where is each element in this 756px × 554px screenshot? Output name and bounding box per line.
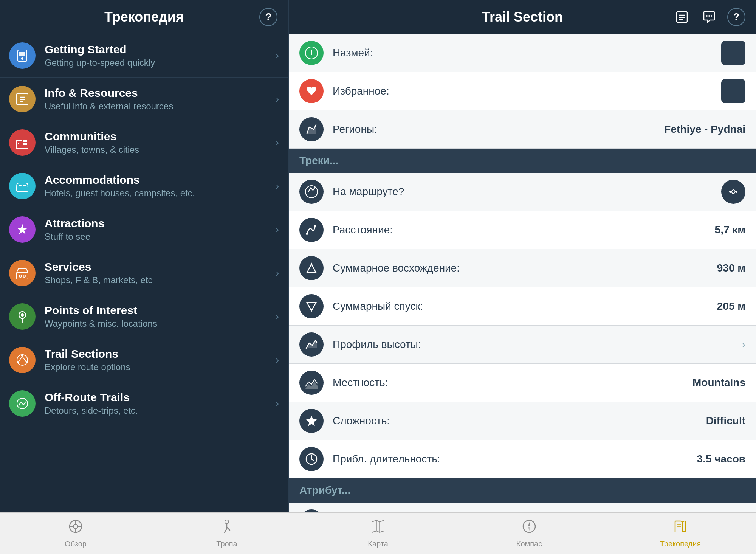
label-terrain: Местность: xyxy=(333,377,692,389)
tab-overview[interactable]: Обзор xyxy=(0,513,151,554)
sidebar-item-off-route-trails[interactable]: Off-Route Trails Detours, side-trips, et… xyxy=(0,382,288,425)
value-region: Fethiye - Pydnai xyxy=(664,123,745,135)
notes-icon[interactable] xyxy=(673,8,691,26)
bottom-tab-bar: Обзор Тропа Карта Компас Трекопедия xyxy=(0,512,756,554)
svg-point-60 xyxy=(225,520,229,524)
value-distance: 5,7 км xyxy=(715,224,745,236)
tab-icon-trekopedia xyxy=(673,519,688,537)
svg-rect-14 xyxy=(22,138,28,149)
chat-icon[interactable] xyxy=(700,8,718,26)
nav-icon-info-resources xyxy=(9,86,36,112)
sidebar-item-attractions[interactable]: Attractions Stuff to see › xyxy=(0,208,288,251)
help-button-left[interactable]: ? xyxy=(259,8,277,26)
detail-row-elevation-profile[interactable]: Профиль высоты: › xyxy=(289,326,756,364)
svg-rect-19 xyxy=(25,143,27,145)
svg-point-4 xyxy=(706,15,708,17)
help-button-right[interactable]: ? xyxy=(727,8,745,26)
label-on-route: На маршруте? xyxy=(333,186,721,198)
svg-rect-17 xyxy=(25,140,27,142)
detail-row-name: i Назмей: xyxy=(289,34,756,72)
nav-subtitle-points-of-interest: Waypoints & misc. locations xyxy=(45,318,276,329)
detail-row-on-route[interactable]: На маршруте? xyxy=(289,173,756,211)
attr-row-accommodation: Has Accommodation xyxy=(289,503,756,512)
svg-point-55 xyxy=(73,524,78,529)
left-header: Трекопедия ? xyxy=(0,0,288,34)
svg-point-5 xyxy=(708,15,710,17)
action-btn-on-route[interactable] xyxy=(721,180,745,204)
sidebar-item-getting-started[interactable]: Getting Started Getting up-to-speed quic… xyxy=(0,34,288,78)
svg-rect-13 xyxy=(17,140,22,149)
svg-rect-20 xyxy=(17,186,28,191)
svg-line-51 xyxy=(311,459,314,461)
top-bar: Трекопедия ? Trail Section xyxy=(0,0,756,34)
nav-title-attractions: Attractions xyxy=(45,217,276,230)
nav-icon-trail-sections xyxy=(9,347,36,373)
nav-title-points-of-interest: Points of Interest xyxy=(45,304,276,317)
svg-marker-23 xyxy=(17,224,28,234)
label-favorite: Избранное: xyxy=(333,85,721,97)
btn-name[interactable] xyxy=(721,41,745,65)
icon-descent xyxy=(299,294,324,318)
svg-rect-18 xyxy=(23,143,25,145)
chevron-elevation-profile: › xyxy=(742,338,745,351)
nav-text-off-route-trails: Off-Route Trails Detours, side-trips, et… xyxy=(45,391,276,416)
tab-trail[interactable]: Тропа xyxy=(151,513,302,554)
icon-favorite xyxy=(299,79,324,103)
svg-marker-61 xyxy=(372,520,384,532)
icon-elevation-profile xyxy=(299,332,324,357)
svg-rect-24 xyxy=(17,272,28,279)
nav-title-off-route-trails: Off-Route Trails xyxy=(45,391,276,404)
label-distance: Расстояние: xyxy=(333,224,715,236)
btn-favorite[interactable] xyxy=(721,79,745,103)
svg-rect-8 xyxy=(19,52,25,56)
value-difficulty: Difficult xyxy=(706,415,745,427)
svg-line-34 xyxy=(19,357,22,362)
tab-label-map: Карта xyxy=(368,540,388,548)
icon-accommodation xyxy=(299,509,324,512)
tab-label-overview: Обзор xyxy=(65,540,87,548)
nav-icon-getting-started xyxy=(9,42,36,69)
svg-point-40 xyxy=(729,191,731,193)
svg-marker-45 xyxy=(310,262,313,265)
chevron-icon-info-resources: › xyxy=(276,93,279,105)
icon-on-route xyxy=(299,180,324,204)
nav-subtitle-accommodations: Hotels, guest houses, campsites, etc. xyxy=(45,188,276,199)
section-header-atribut: Атрибут... xyxy=(289,478,756,503)
nav-title-accommodations: Accommodations xyxy=(45,174,276,186)
nav-text-getting-started: Getting Started Getting up-to-speed quic… xyxy=(45,43,276,68)
icon-region xyxy=(299,117,324,141)
nav-subtitle-info-resources: Useful info & external resources xyxy=(45,101,276,112)
sidebar-item-communities[interactable]: Communities Villages, towns, & cities › xyxy=(0,121,288,164)
nav-text-info-resources: Info & Resources Useful info & external … xyxy=(45,87,276,112)
nav-text-trail-sections: Trail Sections Explore route options xyxy=(45,348,276,372)
sidebar-item-points-of-interest[interactable]: Points of Interest Waypoints & misc. loc… xyxy=(0,295,288,338)
detail-row-descent: Суммарный спуск: 205 м xyxy=(289,287,756,326)
chevron-icon-attractions: › xyxy=(276,223,279,236)
nav-title-getting-started: Getting Started xyxy=(45,43,276,56)
svg-point-26 xyxy=(23,275,25,277)
chevron-icon-getting-started: › xyxy=(276,50,279,62)
svg-rect-22 xyxy=(23,185,26,186)
detail-row-favorite: Избранное: xyxy=(289,72,756,110)
sidebar-item-trail-sections[interactable]: Trail Sections Explore route options › xyxy=(0,338,288,382)
value-duration: 3.5 часов xyxy=(697,453,745,465)
tab-compass[interactable]: Компас xyxy=(454,513,605,554)
nav-subtitle-services: Shops, F & B, markets, etc xyxy=(45,275,276,286)
detail-row-duration: Прибл. длительность: 3.5 часов xyxy=(289,440,756,478)
detail-row-difficulty: Сложность: Difficult xyxy=(289,402,756,440)
value-terrain: Mountains xyxy=(692,377,745,389)
label-duration: Прибл. длительность: xyxy=(333,453,697,465)
tab-trekopedia[interactable]: Трекопедия xyxy=(605,513,756,554)
icon-terrain xyxy=(299,371,324,395)
sidebar-item-accommodations[interactable]: Accommodations Hotels, guest houses, cam… xyxy=(0,164,288,208)
nav-subtitle-communities: Villages, towns, & cities xyxy=(45,144,276,155)
value-ascent: 930 м xyxy=(717,262,745,274)
label-name: Назмей: xyxy=(333,47,721,59)
main-content: Getting Started Getting up-to-speed quic… xyxy=(0,34,756,512)
tab-map[interactable]: Карта xyxy=(302,513,454,554)
sidebar-item-info-resources[interactable]: Info & Resources Useful info & external … xyxy=(0,78,288,121)
nav-text-services: Services Shops, F & B, markets, etc xyxy=(45,261,276,286)
sidebar-item-services[interactable]: Services Shops, F & B, markets, etc › xyxy=(0,251,288,295)
icon-distance xyxy=(299,218,324,242)
nav-title-services: Services xyxy=(45,261,276,273)
